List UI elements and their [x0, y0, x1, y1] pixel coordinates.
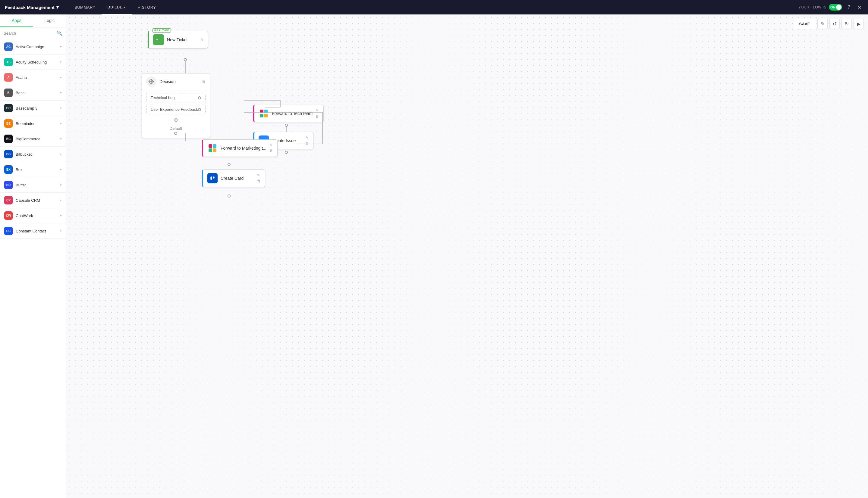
new-ticket-node[interactable]: REALTIME f New Ticket ✎ — [148, 31, 208, 49]
svg-rect-19 — [213, 176, 215, 179]
sidebar-search[interactable]: 🔍 — [0, 27, 66, 39]
branch-technical-bug[interactable]: Technical bug — [146, 93, 206, 102]
search-input[interactable] — [4, 31, 54, 36]
sidebar-item-bigcommerce[interactable]: BC BigCommerce ▾ — [0, 131, 66, 147]
bigcommerce-icon: BC — [4, 134, 13, 143]
sidebar-item-acuity[interactable]: AS Acuity Scheduling ▾ — [0, 54, 66, 70]
forward-marketing-node[interactable]: Forward to Marketing t... ✎ 🗑 — [202, 140, 278, 157]
asana-icon: A — [4, 73, 13, 82]
base-icon: B — [4, 89, 13, 97]
edit-icon[interactable]: ✎ — [257, 173, 261, 178]
flow-title[interactable]: Feedback Management ▾ — [5, 4, 59, 10]
chevron-down-icon: ▾ — [60, 168, 62, 172]
branch-ux-feedback[interactable]: User Experience Feedback — [146, 105, 206, 114]
sidebar-item-constant[interactable]: CC Constant Contact ▾ — [0, 223, 66, 239]
create-card-node[interactable]: Create Card ✎ 🗑 — [202, 170, 265, 187]
sidebar-tab-apps[interactable]: Apps — [0, 14, 33, 27]
sidebar-item-beeminder[interactable]: BE Beeminder ▾ — [0, 116, 66, 131]
buffer-icon: BU — [4, 181, 13, 189]
canvas[interactable]: SAVE ✎ ↺ ↻ ▶ — [66, 14, 868, 498]
freshdesk-icon: f — [153, 34, 164, 45]
sidebar-item-capsule[interactable]: CP Capsule CRM ▾ — [0, 193, 66, 208]
save-button[interactable]: SAVE — [794, 19, 816, 29]
play-button[interactable]: ▶ — [854, 19, 864, 29]
edit-icon[interactable]: ✎ — [305, 135, 309, 140]
tab-history[interactable]: HISTORY — [132, 0, 162, 14]
chevron-down-icon: ▾ — [60, 122, 62, 126]
nav-tabs: SUMMARY BUILDER HISTORY — [68, 0, 799, 14]
chevron-down-icon: ▾ — [60, 198, 62, 202]
chevron-down-icon: ▾ — [60, 106, 62, 110]
redo-button[interactable]: ↻ — [842, 19, 852, 29]
close-button[interactable]: ✕ — [856, 3, 863, 11]
decision-icon — [146, 77, 156, 87]
sidebar: Apps Logic 🔍 AC ActiveCampaign ▾ AS Acui… — [0, 14, 66, 498]
sidebar-item-base[interactable]: B Base ▾ — [0, 85, 66, 101]
delete-icon[interactable]: 🗑 — [257, 179, 261, 184]
decision-header: Decision 🗑 — [142, 74, 210, 90]
new-ticket-actions: ✎ — [201, 37, 203, 42]
box-icon: BX — [4, 165, 13, 174]
decision-label: Decision — [159, 79, 199, 84]
create-issue-actions: ✎ 🗑 — [305, 135, 309, 146]
chevron-down-icon: ▾ — [60, 91, 62, 95]
forward-tech-node[interactable]: Forward to Tech team ✎ 🗑 — [253, 105, 324, 122]
basecamp-icon: BC — [4, 104, 13, 112]
flow-toggle-wrap: YOUR FLOW IS ON — [799, 4, 842, 11]
delete-icon[interactable]: 🗑 — [305, 141, 309, 146]
bitbucket-icon: BB — [4, 150, 13, 158]
branch-dot-2 — [198, 108, 201, 111]
chevron-down-icon: ▾ — [60, 183, 62, 187]
search-icon: 🔍 — [57, 30, 62, 36]
create-card-actions: ✎ 🗑 — [257, 173, 261, 184]
sidebar-item-chatwork[interactable]: CW ChatWork ▾ — [0, 208, 66, 223]
toggle-on-text: ON — [830, 5, 836, 9]
trello-icon — [207, 173, 218, 183]
branch-dot-1 — [198, 96, 201, 99]
delete-icon[interactable]: 🗑 — [316, 114, 319, 119]
flow-toggle[interactable]: ON — [829, 4, 842, 11]
chevron-down-icon: ▾ — [60, 60, 62, 64]
flow-title-chevron: ▾ — [56, 4, 59, 10]
sidebar-item-buffer[interactable]: BU Buffer ▾ — [0, 177, 66, 193]
delete-decision-icon[interactable]: 🗑 — [202, 79, 206, 84]
chevron-down-icon: ▾ — [60, 214, 62, 218]
sidebar-item-box[interactable]: BX Box ▾ — [0, 162, 66, 177]
decision-node[interactable]: Decision 🗑 Technical bug User Experience… — [142, 73, 210, 138]
pencil-button[interactable]: ✎ — [817, 19, 828, 29]
sidebar-item-asana[interactable]: A Asana ▾ — [0, 70, 66, 85]
edit-icon[interactable]: ✎ — [316, 108, 319, 113]
chatwork-icon: CW — [4, 211, 13, 220]
help-button[interactable]: ? — [846, 3, 852, 11]
new-ticket-label: New Ticket — [167, 37, 197, 42]
slack-icon — [259, 108, 269, 119]
connector-dot-create-issue — [285, 151, 288, 154]
sidebar-item-activecampaign[interactable]: AC ActiveCampaign ▾ — [0, 39, 66, 54]
decision-default-dot — [174, 132, 177, 135]
forward-tech-label: Forward to Tech team — [272, 111, 312, 116]
delete-icon[interactable]: 🗑 — [269, 148, 273, 154]
chevron-down-icon: ▾ — [60, 45, 62, 49]
top-nav: Feedback Management ▾ SUMMARY BUILDER HI… — [0, 0, 868, 14]
decision-default-label: Default — [146, 124, 206, 132]
flow-toggle-label: YOUR FLOW IS — [799, 5, 826, 9]
activecampaign-icon: AC — [4, 42, 13, 51]
sidebar-tab-logic[interactable]: Logic — [33, 14, 66, 27]
toggle-knob — [836, 4, 842, 10]
sidebar-item-basecamp3[interactable]: BC Basecamp 3 ▾ — [0, 101, 66, 116]
constant-icon: CC — [4, 227, 13, 235]
capsule-icon: CP — [4, 196, 13, 205]
undo-button[interactable]: ↺ — [829, 19, 840, 29]
decision-body: Technical bug User Experience Feedback ⊕… — [142, 90, 210, 138]
flow-title-text: Feedback Management — [5, 5, 54, 10]
sidebar-items: AC ActiveCampaign ▾ AS Acuity Scheduling… — [0, 39, 66, 498]
edit-icon[interactable]: ✎ — [201, 37, 203, 42]
realtime-badge: REALTIME — [153, 28, 171, 32]
sidebar-item-bitbucket[interactable]: BB Bitbucket ▾ — [0, 147, 66, 162]
forward-marketing-label: Forward to Marketing t... — [221, 146, 266, 150]
svg-rect-18 — [210, 176, 212, 180]
edit-icon[interactable]: ✎ — [269, 143, 273, 148]
tab-summary[interactable]: SUMMARY — [68, 0, 102, 14]
tab-builder[interactable]: BUILDER — [102, 0, 132, 14]
add-branch-button[interactable]: ⊕ — [146, 117, 206, 123]
